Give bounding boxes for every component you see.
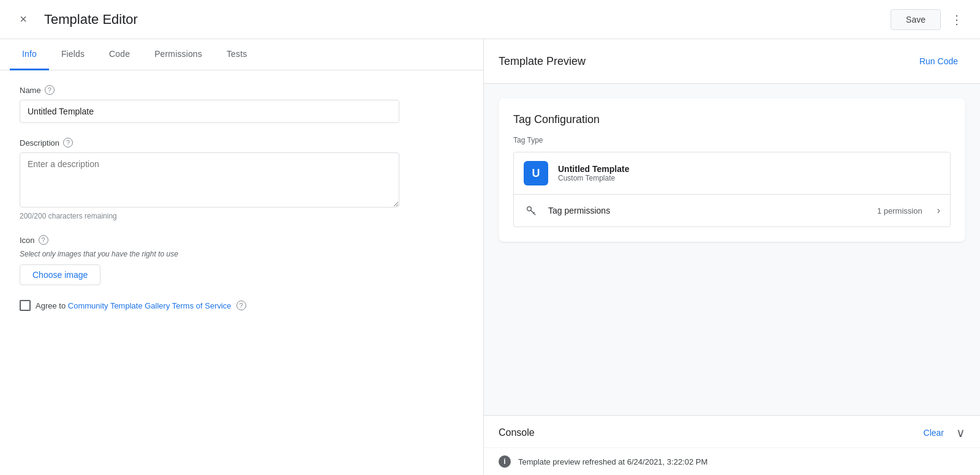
console-actions: Clear ∨	[919, 425, 965, 440]
tos-row: Agree to Community Template Gallery Term…	[20, 300, 464, 311]
console-message: Template preview refreshed at 6/24/2021,…	[518, 457, 707, 466]
tos-help-icon[interactable]: ?	[236, 301, 246, 310]
more-options-button[interactable]: ⋮	[946, 9, 968, 31]
tag-type-row: U Untitled Template Custom Template	[514, 152, 950, 195]
collapse-icon[interactable]: ∨	[956, 425, 965, 440]
page-title: Template Editor	[44, 12, 138, 28]
tag-type-box: U Untitled Template Custom Template	[513, 152, 951, 227]
chevron-right-icon: ›	[937, 205, 940, 216]
tag-config-card: Tag Configuration Tag Type U Untitled Te…	[499, 99, 965, 242]
tag-icon-box: U	[524, 161, 548, 185]
left-content: Name ? Description ? 200/200 characters …	[0, 70, 483, 475]
tabs-bar: Info Fields Code Permissions Tests	[0, 39, 483, 70]
preview-title: Template Preview	[499, 55, 586, 68]
console-section: Console Clear ∨ i Template preview refre…	[484, 415, 980, 475]
console-body: i Template preview refreshed at 6/24/202…	[484, 448, 980, 475]
tab-permissions[interactable]: Permissions	[142, 39, 214, 70]
icon-help-icon[interactable]: ?	[39, 235, 48, 245]
tos-text: Agree to Community Template Gallery Term…	[36, 301, 232, 310]
char-count: 200/200 characters remaining	[20, 212, 464, 220]
tab-code[interactable]: Code	[97, 39, 142, 70]
main-layout: Info Fields Code Permissions Tests Name …	[0, 39, 980, 475]
left-panel: Info Fields Code Permissions Tests Name …	[0, 39, 484, 475]
tos-text-label: Agree to	[36, 301, 68, 310]
name-label-text: Name	[20, 86, 41, 95]
right-panel-header: Template Preview Run Code	[484, 39, 980, 84]
name-label: Name ?	[20, 85, 464, 95]
name-field-group: Name ?	[20, 85, 464, 123]
console-title: Console	[499, 427, 535, 438]
tab-info[interactable]: Info	[10, 39, 49, 70]
tos-checkbox[interactable]	[20, 300, 31, 311]
name-input[interactable]	[20, 100, 399, 123]
key-icon	[524, 203, 538, 218]
icon-subtitle: Select only images that you have the rig…	[20, 250, 464, 258]
header-left: × Template Editor	[12, 9, 138, 31]
svg-line-2	[533, 212, 535, 214]
description-textarea[interactable]	[20, 152, 399, 208]
console-header: Console Clear ∨	[484, 416, 980, 448]
tag-type-label: Tag Type	[513, 136, 951, 144]
preview-area: Tag Configuration Tag Type U Untitled Te…	[484, 84, 980, 415]
description-label: Description ?	[20, 138, 464, 148]
description-help-icon[interactable]: ?	[63, 138, 73, 148]
tag-config-title: Tag Configuration	[513, 113, 951, 126]
permissions-label: Tag permissions	[548, 206, 867, 215]
tos-link[interactable]: Community Template Gallery Terms of Serv…	[68, 301, 232, 310]
info-icon: i	[499, 455, 511, 468]
icon-field-group: Icon ? Select only images that you have …	[20, 235, 464, 285]
permissions-count: 1 permission	[877, 206, 922, 215]
tab-tests[interactable]: Tests	[214, 39, 259, 70]
header-right: Save ⋮	[891, 9, 968, 31]
tag-type-name: Untitled Template	[558, 164, 629, 174]
choose-image-button[interactable]: Choose image	[20, 264, 100, 285]
top-header: × Template Editor Save ⋮	[0, 0, 980, 39]
right-panel: Template Preview Run Code Tag Configurat…	[484, 39, 980, 475]
tab-fields[interactable]: Fields	[49, 39, 97, 70]
tag-type-sub: Custom Template	[558, 174, 629, 182]
clear-button[interactable]: Clear	[919, 425, 949, 440]
description-field-group: Description ? 200/200 characters remaini…	[20, 138, 464, 220]
icon-label: Icon ?	[20, 235, 464, 245]
tag-permissions-row[interactable]: Tag permissions 1 permission ›	[514, 195, 950, 226]
description-label-text: Description	[20, 138, 59, 148]
close-button[interactable]: ×	[12, 9, 34, 31]
name-help-icon[interactable]: ?	[45, 85, 55, 95]
run-code-button[interactable]: Run Code	[912, 51, 965, 71]
icon-label-text: Icon	[20, 236, 35, 245]
tag-type-info: Untitled Template Custom Template	[558, 164, 629, 182]
save-button[interactable]: Save	[891, 9, 941, 30]
